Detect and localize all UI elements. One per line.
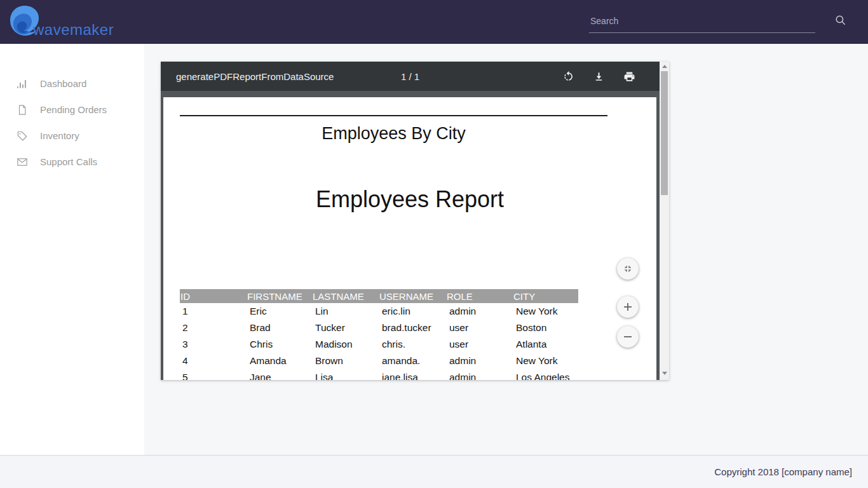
scrollbar-thumb[interactable] (661, 71, 668, 195)
document-title: Employees Report (163, 186, 656, 213)
table-cell: admin (445, 353, 512, 369)
logo-text: wavemaker (33, 21, 114, 39)
table-cell: admin (445, 303, 512, 320)
fit-to-page-button[interactable] (617, 258, 639, 280)
table-cell: amanda. (378, 353, 445, 369)
table-header-row: IDFIRSTNAMELASTNAMEUSERNAMEROLECITY (180, 289, 578, 303)
table-cell: 5 (180, 369, 246, 380)
page-counter: 1 / 1 (401, 71, 419, 82)
table-header-cell: ID (180, 289, 246, 303)
table-cell: chris. (378, 336, 445, 353)
table-cell: eric.lin (378, 303, 445, 320)
pdf-viewer-widget: generatePDFReportFromDataSource 1 / 1 (161, 62, 669, 380)
table-row: 1EricLineric.linadminNew York (180, 303, 578, 320)
main-content: generatePDFReportFromDataSource 1 / 1 (144, 44, 868, 455)
zoom-in-button[interactable] (617, 296, 639, 318)
table-cell: Tucker (311, 320, 378, 336)
fit-to-page-icon (623, 264, 633, 274)
sidebar-item-label: Inventory (40, 130, 79, 141)
application-window: wavemaker Dashboard Pending (0, 0, 868, 488)
sidebar: Dashboard Pending Orders Inventory Suppo… (0, 44, 144, 455)
table-cell: Amanda (246, 353, 311, 369)
table-header-cell: ROLE (445, 289, 512, 303)
envelope-icon (17, 156, 28, 168)
table-cell: Brad (246, 320, 311, 336)
tag-icon (17, 130, 28, 142)
table-cell: 4 (180, 353, 246, 369)
document-divider-line (180, 115, 607, 116)
table-cell: Los Angeles (512, 369, 578, 380)
sidebar-item-label: Dashboard (40, 78, 86, 89)
document-subtitle: Employees By City (180, 124, 607, 144)
app-header: wavemaker (0, 0, 868, 44)
table-cell: 1 (180, 303, 246, 320)
bar-chart-icon (17, 78, 28, 90)
search-box (589, 9, 815, 34)
table-cell: admin (445, 369, 512, 380)
copyright-text: Copyright 2018 [company name] (714, 466, 852, 477)
page-total: 1 (414, 71, 419, 82)
page-separator: / (406, 71, 414, 82)
pdf-viewport[interactable]: Employees By City Employees Report IDFIR… (161, 91, 660, 380)
table-cell: Chris (246, 336, 311, 353)
table-cell: 3 (180, 336, 246, 353)
table-cell: brad.tucker (378, 320, 445, 336)
sidebar-item-label: Support Calls (40, 156, 97, 167)
scrollbar-up-icon (662, 65, 667, 68)
pdf-page: Employees By City Employees Report IDFIR… (163, 97, 656, 380)
rotate-icon (562, 71, 574, 83)
employees-table: IDFIRSTNAMELASTNAMEUSERNAMEROLECITY 1Eri… (180, 289, 578, 380)
table-cell: Eric (246, 303, 311, 320)
sidebar-item-dashboard[interactable]: Dashboard (0, 71, 144, 97)
document-icon (17, 104, 28, 116)
table-cell: user (445, 336, 512, 353)
sidebar-item-label: Pending Orders (40, 104, 107, 115)
sidebar-item-inventory[interactable]: Inventory (0, 123, 144, 149)
table-row: 5JaneLisajane.lisaadminLos Angeles (180, 369, 578, 380)
minus-icon (623, 332, 633, 342)
sidebar-item-pending-orders[interactable]: Pending Orders (0, 97, 144, 123)
table-row: 4AmandaBrownamanda.adminNew York (180, 353, 578, 369)
app-footer: Copyright 2018 [company name] (0, 455, 868, 488)
table-cell: 2 (180, 320, 246, 336)
table-cell: New York (512, 353, 578, 369)
sidebar-item-support-calls[interactable]: Support Calls (0, 149, 144, 175)
table-row: 2BradTuckerbrad.tuckeruserBoston (180, 320, 578, 336)
pdf-viewer-main: generatePDFReportFromDataSource 1 / 1 (161, 62, 660, 380)
scrollbar-up-button[interactable] (660, 62, 669, 71)
table-cell: Lisa (311, 369, 378, 380)
table-cell: jane.lisa (378, 369, 445, 380)
pdf-toolbar-actions (553, 62, 644, 91)
table-cell: Atlanta (512, 336, 578, 353)
table-cell: user (445, 320, 512, 336)
table-cell: Lin (311, 303, 378, 320)
table-cell: Jane (246, 369, 311, 380)
table-cell: Madison (311, 336, 378, 353)
scrollbar-down-icon (662, 372, 667, 375)
table-cell: Boston (512, 320, 578, 336)
table-cell: Brown (311, 353, 378, 369)
pdf-scrollbar[interactable] (660, 62, 669, 380)
rotate-button[interactable] (553, 62, 583, 91)
search-input[interactable] (589, 9, 815, 33)
search-icon[interactable] (834, 14, 847, 27)
table-header-cell: USERNAME (378, 289, 445, 303)
table-row: 3ChrisMadisonchris.userAtlanta (180, 336, 578, 353)
table-cell: New York (512, 303, 578, 320)
download-icon (593, 71, 605, 83)
print-button[interactable] (614, 62, 644, 91)
table-header-cell: FIRSTNAME (246, 289, 311, 303)
table-header-cell: LASTNAME (311, 289, 378, 303)
zoom-out-button[interactable] (617, 326, 639, 348)
plus-icon (623, 302, 633, 312)
scrollbar-down-button[interactable] (660, 369, 669, 378)
download-button[interactable] (583, 62, 614, 91)
pdf-toolbar: generatePDFReportFromDataSource 1 / 1 (161, 62, 660, 91)
pdf-document-title: generatePDFReportFromDataSource (176, 71, 334, 82)
table-body: 1EricLineric.linadminNew York2BradTucker… (180, 303, 578, 380)
print-icon (623, 71, 635, 83)
table-header-cell: CITY (512, 289, 578, 303)
